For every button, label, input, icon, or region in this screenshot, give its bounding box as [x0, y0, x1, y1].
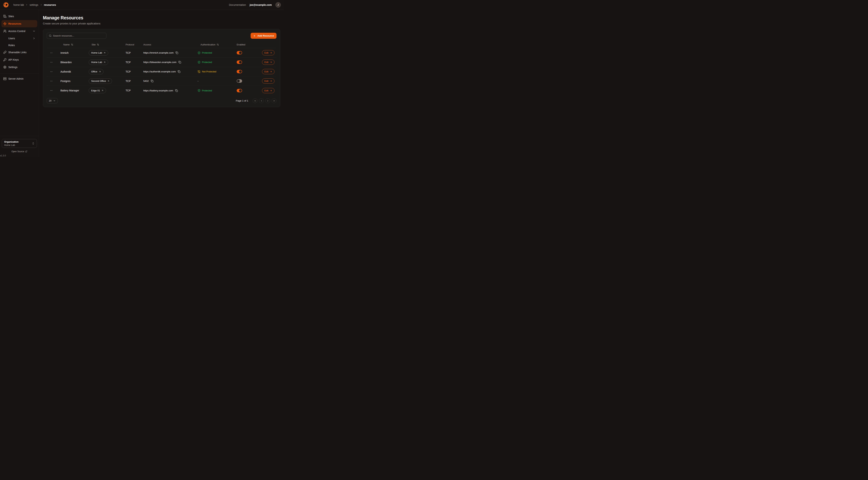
- chevron-right-icon: [26, 4, 28, 6]
- row-actions-menu-button[interactable]: [50, 89, 53, 92]
- enabled-toggle[interactable]: [237, 60, 242, 64]
- site-link-button[interactable]: Edge 01: [89, 88, 106, 93]
- edit-label: Edit: [265, 89, 268, 92]
- enabled-toggle[interactable]: [237, 70, 242, 73]
- first-page-button[interactable]: [253, 98, 257, 103]
- copy-button[interactable]: [178, 70, 181, 73]
- shield-check-icon: [197, 51, 200, 54]
- sidebar-item-resources[interactable]: Resources: [1, 20, 37, 27]
- copy-button[interactable]: [151, 80, 154, 83]
- resource-access-url: https://immich.example.com: [143, 51, 174, 54]
- resource-protocol: TCP: [126, 80, 143, 83]
- sort-button-name[interactable]: Name: [60, 43, 73, 46]
- edit-button[interactable]: Edit: [262, 50, 275, 55]
- table-row: ImmichHome LabTCPhttps://immich.example.…: [47, 48, 277, 58]
- breadcrumb-org[interactable]: home-lab: [13, 3, 24, 6]
- avatar[interactable]: J: [275, 2, 281, 8]
- resource-access-url: https://authentik.example.com: [143, 70, 176, 73]
- breadcrumb: home-lab settings resources: [13, 3, 56, 6]
- organization-selector[interactable]: Organization Home Lab: [2, 139, 37, 148]
- row-actions-menu-button[interactable]: [50, 51, 53, 55]
- sort-button-site[interactable]: Site: [89, 43, 99, 46]
- sidebar-item-roles[interactable]: Roles: [1, 42, 37, 49]
- copy-icon: [151, 80, 153, 82]
- search-input[interactable]: [53, 34, 104, 37]
- column-header-label: Site: [92, 43, 96, 46]
- edit-button[interactable]: Edit: [262, 79, 275, 84]
- enabled-toggle[interactable]: [237, 51, 242, 55]
- edit-button[interactable]: Edit: [262, 60, 275, 65]
- page-subtitle: Create secure proxies to your private ap…: [43, 22, 280, 25]
- enabled-toggle[interactable]: [237, 89, 242, 92]
- site-link-button[interactable]: Home Lab: [89, 50, 108, 56]
- app-version: v1.3.0: [0, 154, 39, 157]
- auth-status-badge: Protected: [202, 89, 212, 92]
- chevrons-up-down-icon: [32, 142, 35, 145]
- site-link-button[interactable]: Second Office: [89, 79, 112, 84]
- pagination: Page 1 of 1: [236, 98, 277, 103]
- table-row: AuthentikOfficeTCPhttps://authentik.exam…: [47, 67, 277, 77]
- column-header-label: Name: [63, 43, 70, 46]
- copy-icon: [178, 70, 180, 73]
- toggle-knob: [239, 61, 242, 63]
- chevron-down-icon: [53, 99, 56, 102]
- toggle-knob: [239, 89, 242, 92]
- chevron-right-icon: [40, 4, 42, 6]
- sort-icon: [71, 43, 73, 46]
- page-size-select[interactable]: 20: [47, 98, 58, 103]
- ellipsis-icon: [50, 51, 53, 54]
- documentation-link[interactable]: Documentation: [229, 3, 246, 6]
- resource-name: Authentik: [60, 70, 89, 73]
- authentication-cell: Protected: [197, 61, 237, 64]
- table-row: BitwardenHome LabTCPhttps://bitwarden.ex…: [47, 58, 277, 67]
- sidebar-item-shareable-links[interactable]: Shareable Links: [1, 49, 37, 56]
- edit-label: Edit: [265, 61, 268, 63]
- sidebar-item-label: Access Control: [8, 30, 25, 33]
- row-actions-menu-button[interactable]: [50, 70, 53, 73]
- column-header-label: Protocol: [126, 43, 134, 46]
- page-size-value: 20: [49, 99, 52, 102]
- users-icon: [3, 30, 6, 33]
- chevron-left-icon: [260, 99, 263, 102]
- breadcrumb-resources[interactable]: resources: [44, 3, 56, 6]
- open-source-link[interactable]: Open Source: [11, 150, 27, 153]
- sidebar-item-api-keys[interactable]: API Keys: [1, 56, 37, 63]
- copy-icon: [175, 89, 178, 92]
- sidebar-item-server-admin[interactable]: Server Admin: [1, 75, 37, 82]
- edit-button[interactable]: Edit: [262, 88, 275, 93]
- arrow-right-icon: [270, 52, 272, 54]
- sort-button-authentication[interactable]: Authentication: [197, 43, 219, 46]
- sidebar-item-label: Resources: [8, 22, 21, 25]
- breadcrumb-settings[interactable]: settings: [30, 3, 38, 6]
- sidebar-item-label: Server Admin: [8, 77, 24, 80]
- sidebar-item-access-control[interactable]: Access Control: [1, 28, 37, 35]
- authentication-cell: Protected: [197, 51, 237, 54]
- table-row: PostgresSecond OfficeTCP5432-Edit: [47, 77, 277, 86]
- resource-name: Battery Manager: [60, 89, 89, 92]
- sidebar-divider: [0, 73, 39, 74]
- copy-button[interactable]: [178, 61, 181, 64]
- sidebar-item-users[interactable]: Users: [1, 35, 37, 41]
- site-link-button[interactable]: Home Lab: [89, 60, 108, 65]
- page-title: Manage Resources: [43, 15, 280, 21]
- row-actions-menu-button[interactable]: [50, 79, 53, 83]
- sidebar-item-settings[interactable]: Settings: [1, 63, 37, 71]
- user-email[interactable]: joe@example.com: [250, 3, 272, 6]
- sidebar: SitesResourcesAccess ControlUsersRolesSh…: [0, 10, 39, 157]
- previous-page-button[interactable]: [259, 98, 264, 103]
- row-actions-menu-button[interactable]: [50, 60, 53, 64]
- sidebar-item-label: Users: [8, 37, 15, 40]
- enabled-toggle[interactable]: [237, 79, 242, 83]
- next-page-button[interactable]: [265, 98, 270, 103]
- last-page-button[interactable]: [272, 98, 277, 103]
- copy-button[interactable]: [175, 51, 178, 54]
- add-resource-button[interactable]: Add Resource: [251, 33, 277, 39]
- arrow-up-right-icon: [107, 80, 110, 82]
- edit-button[interactable]: Edit: [262, 69, 275, 74]
- arrow-up-right-icon: [103, 61, 106, 63]
- copy-button[interactable]: [175, 89, 178, 92]
- site-link-button[interactable]: Office: [89, 69, 103, 74]
- sidebar-item-sites[interactable]: Sites: [1, 13, 37, 20]
- topbar: home-lab settings resources Documentatio…: [0, 0, 284, 10]
- column-header-label: Enabled: [237, 43, 245, 46]
